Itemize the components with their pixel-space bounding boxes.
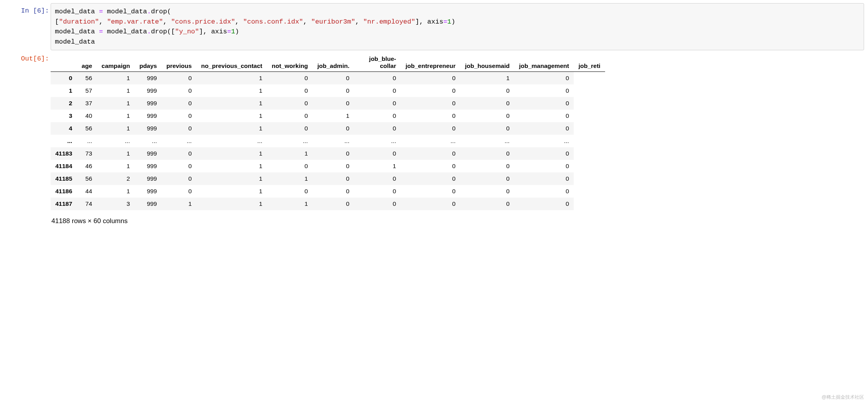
cell: 0	[354, 147, 401, 160]
row-index: 41186	[51, 185, 77, 198]
cell: 0	[313, 122, 354, 135]
cell: 1	[97, 97, 135, 110]
cell: 1	[197, 185, 267, 198]
cell: 0	[514, 185, 574, 198]
column-header: job_housemaid	[460, 53, 514, 72]
code-input[interactable]: model_data = model_data.drop( ["duration…	[51, 3, 864, 50]
cell: 0	[313, 172, 354, 185]
cell: 0	[401, 172, 460, 185]
output-area[interactable]: agecampaignpdayspreviousno_previous_cont…	[51, 51, 864, 227]
cell: 0	[313, 72, 354, 85]
dataframe: agecampaignpdayspreviousno_previous_cont…	[51, 53, 605, 210]
dataframe-head: agecampaignpdayspreviousno_previous_cont…	[51, 53, 605, 72]
cell: 0	[162, 172, 197, 185]
cell: 56	[77, 172, 97, 185]
row-index: 0	[51, 72, 77, 85]
input-prompt: In [6]:	[4, 3, 51, 16]
row-index: 1	[51, 84, 77, 97]
table-row: 4118446199901001000	[51, 160, 605, 172]
column-header: pdays	[135, 53, 162, 72]
dataframe-footer: 41188 rows × 60 columns	[51, 212, 864, 227]
cell: 0	[354, 172, 401, 185]
cell: 0	[460, 84, 514, 97]
table-row: 340199901010000	[51, 110, 605, 122]
row-index: 41183	[51, 147, 77, 160]
table-row: 4118373199901100000	[51, 147, 605, 160]
cell: ...	[135, 135, 162, 147]
output-cell: Out[6]: agecampaignpdayspreviousno_previ…	[4, 51, 864, 227]
cell: 0	[162, 185, 197, 198]
cell: 1	[197, 84, 267, 97]
cell: 0	[514, 147, 574, 160]
table-row: 4118556299901100000	[51, 172, 605, 185]
cell: 1	[267, 172, 313, 185]
cell: ...	[460, 135, 514, 147]
column-header: not_working	[267, 53, 313, 72]
cell: 0	[460, 110, 514, 122]
cell: 0	[354, 198, 401, 210]
cell: 1	[197, 110, 267, 122]
row-index: 41185	[51, 172, 77, 185]
cell: 1	[97, 147, 135, 160]
cell: 0	[354, 72, 401, 85]
cell: 0	[401, 147, 460, 160]
cell: 40	[77, 110, 97, 122]
table-row: 4118644199901000000	[51, 185, 605, 198]
cell: 0	[313, 84, 354, 97]
cell: 0	[162, 160, 197, 172]
cell: 1	[97, 84, 135, 97]
output-prompt: Out[6]:	[4, 51, 51, 64]
cell: 1	[197, 172, 267, 185]
cell: 0	[267, 84, 313, 97]
notebook-container: In [6]: model_data = model_data.drop( ["…	[0, 0, 868, 231]
cell: 0	[514, 110, 574, 122]
cell: 0	[401, 122, 460, 135]
column-header: job_entrepreneur	[401, 53, 460, 72]
cell: 0	[267, 110, 313, 122]
cell: 0	[267, 122, 313, 135]
cell: 3	[97, 198, 135, 210]
cell: 999	[135, 110, 162, 122]
column-header: job_management	[514, 53, 574, 72]
cell: ...	[197, 135, 267, 147]
cell: 0	[460, 198, 514, 210]
cell: 0	[162, 72, 197, 85]
cell: 1	[313, 110, 354, 122]
cell: 0	[514, 122, 574, 135]
cell: 1	[267, 147, 313, 160]
cell: 0	[267, 97, 313, 110]
cell: 0	[514, 84, 574, 97]
cell: ...	[354, 135, 401, 147]
row-index: 41184	[51, 160, 77, 172]
cell: 999	[135, 97, 162, 110]
row-index: ...	[51, 135, 77, 147]
cell: 1	[162, 198, 197, 210]
column-header: job_blue-collar	[354, 53, 401, 72]
cell: 2	[97, 172, 135, 185]
cell: 1	[197, 147, 267, 160]
cell: 0	[460, 122, 514, 135]
cell: 0	[354, 185, 401, 198]
cell: ...	[514, 135, 574, 147]
cell: 0	[162, 147, 197, 160]
dataframe-body: 0561999010000101571999010000002371999010…	[51, 72, 605, 211]
cell: 999	[135, 198, 162, 210]
cell: 0	[401, 185, 460, 198]
table-row: 157199901000000	[51, 84, 605, 97]
cell: 46	[77, 160, 97, 172]
column-header: age	[77, 53, 97, 72]
cell: 0	[514, 97, 574, 110]
cell: 0	[162, 122, 197, 135]
cell: 1	[267, 198, 313, 210]
table-row: 456199901000000	[51, 122, 605, 135]
cell: 0	[401, 72, 460, 85]
cell: 0	[401, 110, 460, 122]
cell: 0	[313, 185, 354, 198]
column-header: no_previous_contact	[197, 53, 267, 72]
table-row: 056199901000010	[51, 72, 605, 85]
cell: 0	[460, 160, 514, 172]
row-index: 2	[51, 97, 77, 110]
cell: 0	[162, 84, 197, 97]
cell: 0	[514, 198, 574, 210]
cell: 1	[97, 160, 135, 172]
